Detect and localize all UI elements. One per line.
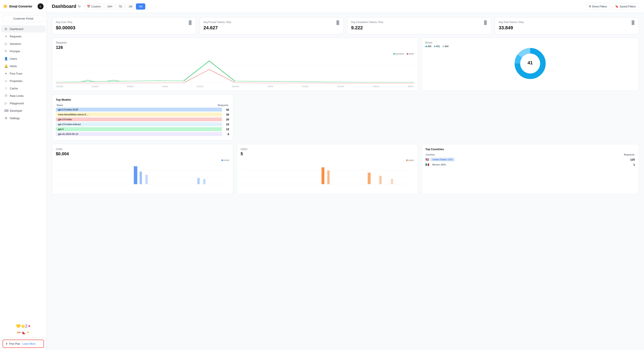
svg-rect-20 (327, 170, 330, 184)
costs-legend: costs (56, 159, 229, 162)
developer-icon: ⌨ (4, 109, 8, 112)
sidebar-item-developer[interactable]: ⌨Developer (1, 107, 45, 114)
svg-rect-15 (203, 179, 206, 184)
show-filters-button[interactable]: ⧉ Show Filters (586, 3, 610, 10)
users-value: 5 (241, 152, 414, 156)
sidebar-item-ratelimits[interactable]: ⏱Rate Limits (1, 92, 45, 100)
requests-icon: ≡ (4, 34, 8, 38)
time-filters: 📅 Custom24H7D1M3M (84, 4, 145, 10)
ratelimits-icon: ⏱ (4, 94, 8, 98)
x-label: 8/8/24 (408, 85, 413, 88)
time-filter-24h[interactable]: 24H (104, 4, 115, 10)
costs-chart-card: Costs $0.004 costs (52, 144, 233, 194)
model-row: gpt-3.5-turbo 20 (56, 118, 229, 121)
country-flag: 🇲🇽 (426, 163, 429, 166)
stat-card-3: ▐▌ Avg Total Tokens / Req 33.849 (495, 17, 639, 34)
svg-rect-11 (134, 166, 137, 184)
error-legend-404: 404 (442, 45, 448, 48)
users-icon: 👤 (4, 57, 8, 60)
app-icon: ☀️ (3, 4, 8, 9)
x-label: 5/10/24 (56, 85, 63, 88)
x-label: 5/28/24 (127, 85, 134, 88)
calendar-icon: 📅 (87, 5, 90, 8)
top-models-header: Name Requests (56, 104, 229, 106)
sidebar-item-properties[interactable]: ⊹Properties (1, 77, 45, 84)
svg-rect-13 (145, 175, 148, 184)
country-row: 🇺🇸 United States (US) 125 (426, 158, 635, 162)
sidebar-item-finetune[interactable]: ✦Fine-Tune (1, 70, 45, 77)
users-chart-area (241, 163, 414, 191)
alerts-icon: 🔔 (4, 64, 8, 68)
cache-icon: □ (4, 87, 8, 90)
sidebar-item-playground[interactable]: ▷Playground (1, 100, 45, 107)
top-models-title: Top Models (56, 98, 229, 101)
costs-label: Costs (56, 148, 229, 150)
sidebar-nav: ⊞Dashboard≡Requests◻Sessions✎Prompts👤Use… (0, 24, 46, 322)
main-panel: Dashboard ↻ 📅 Custom24H7D1M3M ⧉ Show Fil… (47, 0, 644, 350)
filter-icon: ⧉ (589, 5, 591, 8)
sidebar-item-users[interactable]: 👤Users (1, 55, 45, 62)
chart-bar-icon-3: ▐▌ (630, 20, 636, 25)
playground-icon: ▷ (4, 102, 8, 105)
sidebar-item-alerts[interactable]: 🔔Alerts (1, 62, 45, 70)
free-plan-label: Free Plan (9, 342, 20, 345)
time-filter-3m[interactable]: 3M (136, 4, 145, 10)
model-row: gpt-4 10 (56, 127, 229, 131)
properties-icon: ⊹ (4, 79, 8, 82)
model-rows: gpt-3.5-turbo-0125 42 meta-llama/Meta-Ll… (56, 108, 229, 136)
time-filter-7d[interactable]: 7D (116, 4, 125, 10)
errors-chart-card: Errors 400401404 41 (422, 38, 639, 91)
top-countries-card: Top Countries Country Requests 🇺🇸 United… (422, 144, 639, 194)
sidebar-header: ☀️ Emoji Converter L (0, 0, 46, 13)
sidebar-item-prompts[interactable]: ✎Prompts (1, 48, 45, 55)
time-filter-1m[interactable]: 1M (126, 4, 135, 10)
chart-bar-icon-0: ▐▌ (187, 20, 193, 25)
svg-rect-23 (391, 179, 393, 184)
model-row: gpt-3.5-turbo-0125 42 (56, 108, 229, 112)
requests-chart-area (56, 57, 414, 84)
error-legend-400: 400 (426, 45, 432, 48)
top-countries-header: Country Requests (426, 153, 635, 156)
refresh-icon[interactable]: ↻ (78, 4, 81, 8)
main-content: ▐▌ Avg Cost / Req $0.00003 ▐▌ Avg Prompt… (47, 13, 644, 350)
bottom-row: Costs $0.004 costs (52, 144, 639, 194)
sidebar-item-settings[interactable]: ⚙Settings (1, 114, 45, 122)
svg-rect-22 (379, 176, 382, 184)
learn-more-link[interactable]: Learn More (22, 342, 35, 345)
model-row: meta-llama/Meta-Llama-3-... 30 (56, 112, 229, 116)
svg-rect-14 (197, 178, 200, 184)
top-models-card: Top Models Name Requests gpt-3.5-turbo-0… (52, 94, 233, 140)
sidebar-item-dashboard[interactable]: ⊞Dashboard (1, 25, 45, 32)
sidebar-decoration: 💛⭐Z✦ ●▪~◣ ✦ (0, 322, 46, 337)
charts-row: Requests 126 success error (52, 38, 639, 140)
error-legend-401: 401 (434, 45, 440, 48)
sidebar-item-sessions[interactable]: ◻Sessions (1, 40, 45, 47)
requests-label: Requests (56, 41, 414, 44)
saved-filters-button[interactable]: 🔖 Saved Filters (612, 3, 639, 10)
requests-x-labels: 5/10/245/19/245/28/246/6/246/15/246/24/2… (56, 85, 414, 88)
stat-card-0: ▐▌ Avg Cost / Req $0.00003 (52, 17, 196, 34)
stat-card-1: ▐▌ Avg Prompt Tokens / Req 24.627 (200, 17, 344, 34)
customer-portal-button[interactable]: Customer Portal (2, 15, 44, 22)
users-legend: users (241, 159, 414, 162)
svg-text:41: 41 (528, 60, 533, 66)
time-filter-custom[interactable]: 📅 Custom (84, 4, 104, 10)
stat-card-2: ▐▌ Avg Completion Tokens / Req 9.222 (347, 17, 491, 34)
x-label: 7/30/24 (372, 85, 379, 88)
sidebar-item-requests[interactable]: ≡Requests (1, 33, 45, 40)
errors-label: Errors (426, 41, 635, 44)
stat-cards: ▐▌ Avg Cost / Req $0.00003 ▐▌ Avg Prompt… (52, 17, 639, 34)
settings-icon: ⚙ (4, 116, 8, 120)
svg-rect-19 (321, 167, 324, 184)
top-countries-title: Top Countries (426, 148, 635, 151)
dashboard-icon: ⊞ (4, 27, 8, 30)
sidebar-item-cache[interactable]: □Cache (1, 85, 45, 92)
costs-value: $0.004 (56, 152, 229, 156)
requests-legend: success error (56, 52, 414, 55)
x-label: 7/3/24 (268, 85, 273, 88)
header-right-buttons: ⧉ Show Filters 🔖 Saved Filters (586, 3, 639, 10)
x-label: 6/24/24 (232, 85, 239, 88)
sidebar-footer: ⬆ Free Plan Learn More (0, 337, 46, 350)
avatar[interactable]: L (38, 4, 44, 9)
x-label: 6/6/24 (162, 85, 168, 88)
